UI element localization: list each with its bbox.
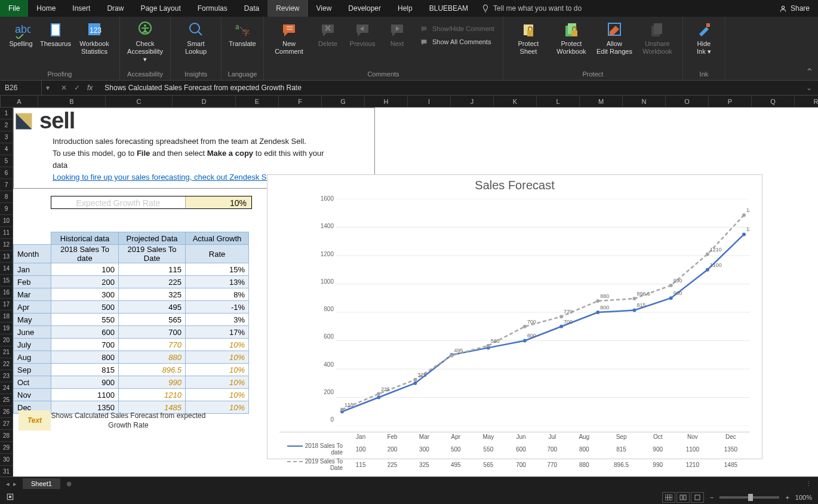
ribbon-spelling[interactable]: abcSpelling — [6, 20, 36, 48]
ribbon-collapse[interactable]: ⌃ — [801, 64, 818, 80]
growth-rate-label[interactable]: Expected Growth Rate — [51, 196, 186, 208]
ribbon-check-accessibility-[interactable]: CheckAccessibility ▾ — [126, 20, 164, 63]
menu-tab-developer[interactable]: Developer — [340, 0, 389, 17]
row-header-30[interactable]: 30 — [0, 454, 13, 466]
ribbon-smart-lookup[interactable]: SmartLookup — [177, 20, 215, 56]
row-header-19[interactable]: 19 — [0, 322, 13, 334]
ribbon-new-comment[interactable]: NewComment — [270, 20, 308, 56]
row-header-9[interactable]: 9 — [0, 203, 13, 215]
menu-tab-formulas[interactable]: Formulas — [189, 0, 236, 17]
row-header-8[interactable]: 8 — [0, 191, 13, 203]
menu-tab-home[interactable]: Home — [28, 0, 64, 17]
col-header-H[interactable]: H — [365, 96, 408, 107]
menu-tab-page-layout[interactable]: Page Layout — [132, 0, 189, 17]
col-header-K[interactable]: K — [494, 96, 537, 107]
row-header-6[interactable]: 6 — [0, 167, 13, 179]
menu-tab-bluebeam[interactable]: BLUEBEAM — [421, 0, 476, 17]
row-header-17[interactable]: 17 — [0, 299, 13, 311]
col-header-N[interactable]: N — [623, 96, 666, 107]
row-header-29[interactable]: 29 — [0, 442, 13, 454]
row-header-21[interactable]: 21 — [0, 346, 13, 358]
col-header-Q[interactable]: Q — [752, 96, 795, 107]
col-header-M[interactable]: M — [580, 96, 623, 107]
add-sheet-button[interactable]: ⊕ — [60, 480, 78, 488]
row-header-10[interactable]: 10 — [0, 215, 13, 227]
record-macro-icon[interactable] — [0, 493, 14, 502]
grid-area[interactable]: 1234567891011121314151617181920212223242… — [0, 107, 818, 478]
growth-rate-value[interactable]: 10% — [186, 196, 251, 208]
formula-expand[interactable]: ⌄ — [806, 84, 818, 92]
menu-tab-data[interactable]: Data — [236, 0, 267, 17]
row-header-24[interactable]: 24 — [0, 382, 13, 394]
col-header-G[interactable]: G — [322, 96, 365, 107]
ribbon-protect-sheet[interactable]: ProtectSheet — [509, 20, 548, 56]
fx-icon[interactable]: fx — [87, 84, 99, 92]
row-header-28[interactable]: 28 — [0, 430, 13, 442]
row-header-26[interactable]: 26 — [0, 406, 13, 418]
menu-tab-help[interactable]: Help — [389, 0, 421, 17]
zoom-slider[interactable] — [719, 496, 779, 499]
share-button[interactable]: Share — [779, 4, 818, 13]
col-header-A[interactable]: A — [1, 96, 38, 107]
row-header-13[interactable]: 13 — [0, 251, 13, 263]
name-box[interactable]: B26 — [0, 81, 42, 95]
col-header-O[interactable]: O — [666, 96, 709, 107]
row-header-15[interactable]: 15 — [0, 275, 13, 287]
formula-input[interactable]: Shows Calculated Sales Forecast from exp… — [99, 84, 806, 92]
menu-tab-file[interactable]: File — [0, 0, 28, 17]
col-header-L[interactable]: L — [537, 96, 580, 107]
zendesk-link[interactable]: Looking to fire up your sales forecastin… — [53, 173, 276, 182]
row-header-23[interactable]: 23 — [0, 370, 13, 382]
sales-data-table[interactable]: Historical dataProjected DataActual Grow… — [13, 232, 249, 414]
row-header-3[interactable]: 3 — [0, 131, 13, 143]
row-header-2[interactable]: 2 — [0, 119, 13, 131]
row-header-4[interactable]: 4 — [0, 143, 13, 155]
col-header-D[interactable]: D — [173, 96, 236, 107]
cancel-icon[interactable]: ✕ — [61, 84, 67, 92]
confirm-icon[interactable]: ✓ — [74, 84, 80, 92]
col-header-I[interactable]: I — [408, 96, 451, 107]
page-layout-view-icon[interactable] — [676, 492, 690, 503]
col-header-P[interactable]: P — [709, 96, 752, 107]
ribbon-show-all-comments[interactable]: Show All Comments — [417, 36, 497, 47]
row-header-11[interactable]: 11 — [0, 227, 13, 239]
row-header-1[interactable]: 1 — [0, 107, 13, 119]
scroll-split[interactable]: ⋮ — [805, 480, 818, 488]
ribbon-workbook-statistics[interactable]: 123WorkbookStatistics — [75, 20, 113, 56]
col-header-J[interactable]: J — [451, 96, 494, 107]
col-header-F[interactable]: F — [279, 96, 322, 107]
sales-forecast-chart[interactable]: Sales Forecast 0200400600800100012001400… — [267, 174, 762, 459]
menu-tab-draw[interactable]: Draw — [99, 0, 132, 17]
page-break-view-icon[interactable] — [691, 492, 704, 503]
row-header-27[interactable]: 27 — [0, 418, 13, 430]
row-header-22[interactable]: 22 — [0, 358, 13, 370]
ribbon-thesaurus[interactable]: Thesaurus — [41, 20, 70, 48]
normal-view-icon[interactable] — [662, 492, 675, 503]
row-header-18[interactable]: 18 — [0, 311, 13, 322]
menu-tab-view[interactable]: View — [308, 0, 340, 17]
ribbon-hide-ink-[interactable]: HideInk ▾ — [689, 20, 719, 56]
row-header-5[interactable]: 5 — [0, 155, 13, 167]
sheet-nav[interactable]: ◂▸ — [0, 480, 23, 488]
zoom-in-button[interactable]: + — [785, 494, 789, 501]
row-header-25[interactable]: 25 — [0, 394, 13, 406]
view-buttons[interactable] — [662, 492, 704, 503]
row-header-20[interactable]: 20 — [0, 334, 13, 346]
ribbon-allow-edit-ranges[interactable]: AllowEdit Ranges — [595, 20, 634, 56]
row-header-7[interactable]: 7 — [0, 179, 13, 191]
col-header-B[interactable]: B — [38, 96, 106, 107]
menu-tab-insert[interactable]: Insert — [64, 0, 99, 17]
col-header-E[interactable]: E — [236, 96, 279, 107]
ribbon-translate[interactable]: a字Translate — [227, 20, 257, 48]
zoom-out-button[interactable]: − — [710, 494, 714, 501]
row-header-31[interactable]: 31 — [0, 466, 13, 478]
ribbon-protect-workbook[interactable]: ProtectWorkbook — [552, 20, 591, 56]
tell-me[interactable]: Tell me what you want to do — [476, 4, 582, 13]
row-header-14[interactable]: 14 — [0, 263, 13, 275]
row-header-16[interactable]: 16 — [0, 287, 13, 299]
zoom-level[interactable]: 100% — [795, 494, 812, 501]
row-header-12[interactable]: 12 — [0, 239, 13, 251]
col-header-C[interactable]: C — [106, 96, 173, 107]
col-header-R[interactable]: R — [795, 96, 818, 107]
sheet-tab-1[interactable]: Sheet1 — [23, 478, 60, 489]
